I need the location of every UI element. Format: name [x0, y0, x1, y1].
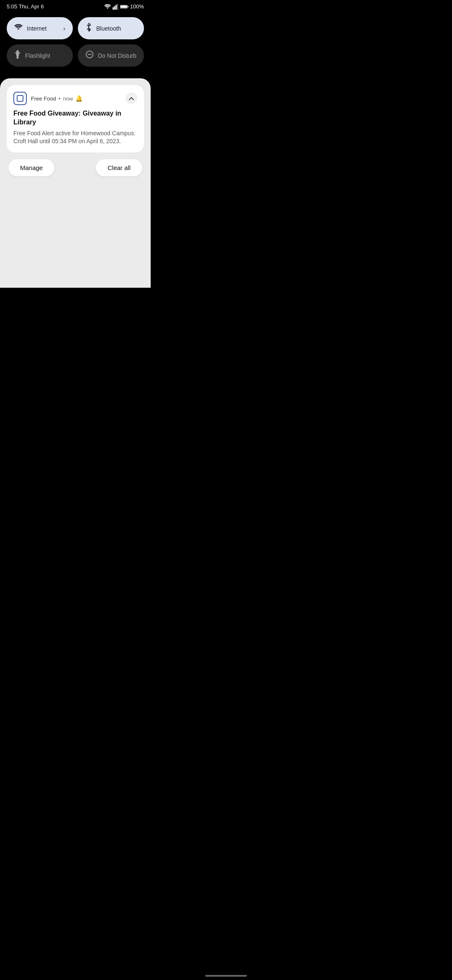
notification-dot: •	[59, 95, 61, 102]
svg-rect-3	[117, 4, 118, 10]
svg-rect-1	[114, 6, 115, 9]
svg-rect-5	[121, 5, 127, 8]
notification-bell-icon: 🔔	[75, 95, 82, 102]
qs-tile-dnd[interactable]: Do Not Disturb	[78, 44, 144, 67]
quick-settings-row-2: Flashlight Do Not Disturb	[7, 44, 144, 67]
notification-header: Free Food • now 🔔	[13, 92, 137, 105]
notification-card: Free Food • now 🔔 Free Food Giveaway: Gi…	[7, 85, 144, 152]
wifi-qs-icon	[14, 23, 23, 33]
svg-rect-2	[116, 5, 117, 9]
flashlight-label: Flashlight	[25, 52, 50, 59]
notification-app-icon	[13, 92, 27, 105]
notification-title: Free Food Giveaway: Giveaway in Library	[13, 109, 137, 127]
notification-body: Free Food Alert active for Homewood Camp…	[13, 129, 137, 146]
status-icons: 100%	[104, 3, 144, 10]
dnd-qs-icon	[85, 50, 94, 61]
svg-line-14	[15, 53, 16, 54]
notification-area: Free Food • now 🔔 Free Food Giveaway: Gi…	[0, 78, 151, 288]
chevron-right-icon: ›	[63, 25, 65, 32]
svg-rect-10	[17, 50, 19, 52]
internet-label: Internet	[27, 25, 46, 32]
quick-settings-row-1: Internet › Bluetooth	[7, 17, 144, 39]
bluetooth-label: Bluetooth	[96, 25, 121, 32]
dnd-label: Do Not Disturb	[98, 52, 136, 59]
manage-button[interactable]: Manage	[8, 159, 54, 176]
battery-percent: 100%	[130, 3, 144, 10]
qs-tile-bluetooth[interactable]: Bluetooth	[78, 17, 144, 39]
notification-collapse-button[interactable]	[126, 93, 137, 104]
notification-app-name: Free Food	[31, 95, 56, 102]
battery-icon	[120, 4, 128, 9]
svg-rect-13	[17, 57, 19, 59]
qs-tile-internet[interactable]: Internet ›	[7, 17, 73, 39]
signal-icon	[113, 4, 118, 10]
flashlight-qs-icon	[14, 50, 21, 61]
notification-app-icon-inner	[17, 95, 23, 102]
bluetooth-qs-icon	[85, 23, 92, 34]
status-time: 5:05 Thu, Apr 6	[7, 3, 44, 10]
wifi-icon	[104, 4, 111, 10]
svg-rect-6	[128, 6, 128, 7]
notification-meta: Free Food • now 🔔	[31, 95, 121, 102]
action-buttons: Manage Clear all	[7, 159, 144, 176]
qs-tile-flashlight[interactable]: Flashlight	[7, 44, 73, 67]
svg-rect-11	[16, 52, 19, 52]
svg-marker-12	[16, 52, 19, 57]
svg-line-15	[19, 53, 21, 54]
notification-time: now	[63, 95, 73, 102]
svg-rect-0	[113, 7, 114, 10]
status-bar: 5:05 Thu, Apr 6 100%	[0, 0, 151, 12]
clear-all-button[interactable]: Clear all	[96, 159, 142, 176]
quick-settings: Internet › Bluetooth	[0, 12, 151, 78]
